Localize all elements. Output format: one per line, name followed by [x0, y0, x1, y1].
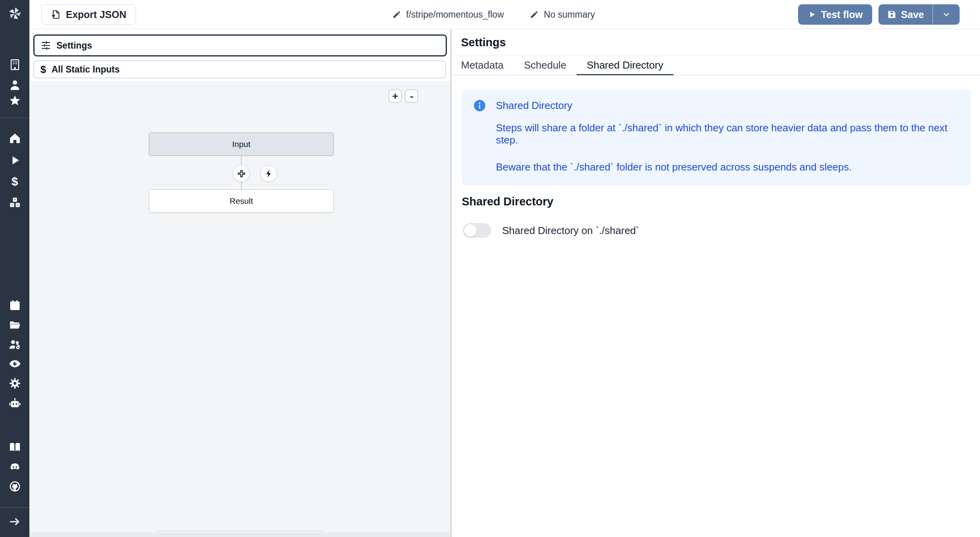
star-icon[interactable] [0, 94, 29, 108]
flow-path-label: f/stripe/momentous_flow [406, 9, 504, 20]
zoom-out-button[interactable]: - [405, 89, 418, 103]
discord-icon[interactable] [0, 460, 29, 474]
dollar-icon[interactable]: $ [0, 174, 29, 189]
gear-icon[interactable] [0, 376, 29, 390]
folder-icon[interactable] [0, 318, 29, 332]
test-flow-label: Test flow [821, 9, 862, 20]
trigger-bolt-button[interactable] [260, 165, 277, 182]
save-split-button: Save [878, 4, 960, 25]
save-button[interactable]: Save [878, 4, 933, 25]
eye-icon[interactable] [0, 357, 29, 371]
flow-path[interactable]: f/stripe/momentous_flow [392, 9, 504, 20]
settings-panel-title: Settings [453, 29, 980, 56]
topbar: Export JSON f/stripe/momentous_flow No s… [29, 0, 980, 29]
save-label: Save [901, 9, 924, 20]
sidebar-divider [0, 118, 29, 118]
tab-schedule[interactable]: Schedule [514, 56, 576, 75]
canvas-bottom-strip [29, 532, 450, 537]
dollar-icon: $ [40, 63, 46, 76]
shared-directory-toggle[interactable] [463, 223, 491, 238]
all-static-inputs-item[interactable]: $ All Static Inputs [33, 60, 446, 78]
shared-directory-info-box: Shared Directory Steps will share a fold… [462, 89, 971, 186]
info-line: Beware that the `./shared` folder is not… [496, 161, 959, 173]
flow-settings-label: Settings [56, 40, 92, 51]
input-node[interactable]: Input [149, 132, 334, 156]
building-icon[interactable] [0, 58, 29, 72]
flow-summary[interactable]: No summary [530, 9, 595, 20]
shared-directory-toggle-row: Shared Directory on `./shared` [463, 223, 980, 238]
chevron-down-icon [942, 10, 951, 19]
groups-icon[interactable] [0, 337, 29, 352]
pencil-icon [530, 10, 539, 19]
save-icon [887, 10, 897, 19]
windmill-flow-editor: $ [0, 0, 980, 537]
toggle-knob [464, 224, 477, 237]
test-flow-button[interactable]: Test flow [798, 4, 872, 25]
shared-directory-section-title: Shared Directory [462, 195, 980, 208]
shared-directory-toggle-label: Shared Directory on `./shared` [502, 225, 639, 237]
settings-panel: Settings Metadata Schedule Shared Direct… [453, 29, 980, 537]
file-export-icon [51, 9, 61, 20]
windmill-logo-icon[interactable] [0, 5, 29, 22]
flow-editor-panel: Settings $ All Static Inputs + - Input R… [29, 29, 452, 537]
info-title: Shared Directory [496, 100, 572, 112]
tab-metadata[interactable]: Metadata [461, 56, 514, 75]
info-body: Steps will share a folder at `./shared` … [496, 122, 959, 173]
export-json-button[interactable]: Export JSON [41, 4, 136, 25]
zoom-in-button[interactable]: + [388, 89, 402, 103]
flow-summary-label: No summary [544, 9, 595, 20]
book-icon[interactable] [0, 440, 29, 454]
all-static-inputs-label: All Static Inputs [51, 64, 120, 75]
play-icon [808, 10, 816, 19]
result-node[interactable]: Result [149, 189, 334, 212]
flow-canvas[interactable]: + - Input Result [29, 81, 450, 532]
pencil-icon [392, 10, 401, 19]
cubes-icon[interactable] [0, 196, 29, 210]
info-line: Steps will share a folder at `./shared` … [496, 122, 959, 146]
flow-settings-item[interactable]: Settings [33, 34, 447, 56]
home-icon[interactable] [0, 131, 29, 145]
export-json-label: Export JSON [66, 9, 126, 20]
sliders-icon [41, 40, 51, 51]
topbar-center: f/stripe/momentous_flow No summary [392, 0, 595, 29]
robot-icon[interactable] [0, 396, 29, 410]
add-step-button[interactable] [233, 165, 250, 182]
info-icon [474, 100, 486, 112]
settings-tabs: Metadata Schedule Shared Directory [453, 56, 980, 75]
sidebar: $ [0, 0, 29, 537]
play-icon[interactable] [0, 153, 29, 167]
topbar-actions: Test flow Save [798, 4, 960, 25]
calendar-icon[interactable] [0, 298, 29, 312]
sidebar-divider [0, 507, 29, 508]
arrow-right-icon[interactable] [0, 515, 29, 529]
tab-shared-directory[interactable]: Shared Directory [577, 56, 673, 75]
save-more-button[interactable] [933, 4, 960, 25]
info-header: Shared Directory [474, 100, 959, 112]
user-icon[interactable] [0, 78, 29, 92]
github-icon[interactable] [0, 479, 29, 493]
